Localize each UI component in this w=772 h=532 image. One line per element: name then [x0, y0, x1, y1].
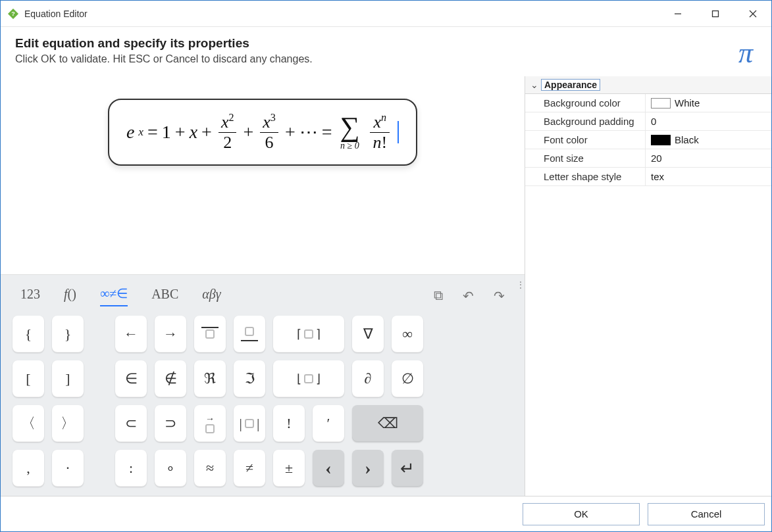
- key-emptyset[interactable]: ∅: [392, 360, 423, 397]
- eq-tok-plus1: +: [175, 122, 186, 143]
- key-in[interactable]: ∈: [115, 360, 147, 397]
- key-lbracket[interactable]: [: [13, 360, 44, 397]
- dialog-footer: OK Cancel: [1, 496, 771, 531]
- prop-label: Letter shape style: [525, 168, 645, 185]
- prop-value-text: tex: [651, 171, 664, 182]
- prop-value[interactable]: tex: [645, 168, 771, 185]
- prop-value[interactable]: 0: [645, 112, 771, 130]
- key-pm[interactable]: ±: [273, 450, 305, 487]
- text-caret: [398, 121, 399, 143]
- key-vec[interactable]: →: [194, 405, 226, 442]
- key-colon[interactable]: :: [115, 450, 147, 487]
- eq-sum: ∑ n ≥ 0: [340, 113, 359, 151]
- kbd-tab-greek[interactable]: αβγ: [202, 287, 220, 306]
- svg-text:?: ?: [11, 11, 15, 17]
- ok-button[interactable]: OK: [523, 503, 640, 525]
- eq-frac-xn-nfact: xn n!: [370, 112, 390, 153]
- equation-preview[interactable]: ex = 1 + x + x2 2 + x3: [1, 76, 525, 274]
- prop-row[interactable]: Font size20: [525, 149, 771, 168]
- eq-tok-plus3: +: [243, 122, 253, 143]
- window-title: Equation Editor: [24, 9, 88, 19]
- key-im[interactable]: ℑ: [234, 360, 265, 397]
- kbd-copy-icon[interactable]: ⧉: [434, 288, 443, 304]
- prop-value-text: White: [675, 97, 700, 109]
- key-rbrace[interactable]: }: [52, 316, 84, 352]
- key-backspace[interactable]: ⌫: [352, 405, 423, 442]
- eq-tok-x1: x: [190, 122, 197, 143]
- key-circ[interactable]: ∘: [155, 450, 186, 487]
- key-prime[interactable]: ′: [313, 405, 344, 442]
- key-subset[interactable]: ⊂: [115, 405, 147, 442]
- eq-tok-e: e: [126, 122, 134, 143]
- key-infty[interactable]: ∞: [392, 316, 423, 352]
- key-excl[interactable]: !: [273, 405, 305, 442]
- equation-card[interactable]: ex = 1 + x + x2 2 + x3: [108, 99, 417, 166]
- key-notin[interactable]: ∉: [155, 360, 186, 397]
- key-langle[interactable]: 〈: [13, 405, 44, 442]
- key-left[interactable]: ←: [115, 316, 147, 352]
- key-neq[interactable]: ≠: [234, 450, 265, 487]
- eq-tok-1: 1: [162, 122, 171, 143]
- key-right[interactable]: →: [155, 316, 186, 352]
- key-underline[interactable]: [234, 316, 265, 352]
- prop-value-text: 20: [651, 153, 662, 164]
- maximize-button[interactable]: [696, 1, 734, 27]
- section-title: Appearance: [541, 79, 600, 91]
- key-partial[interactable]: ∂: [352, 360, 384, 397]
- prop-label: Font color: [525, 131, 645, 149]
- prompt-heading: Edit equation and specify its properties: [15, 36, 313, 51]
- key-comma[interactable]: ,: [13, 450, 44, 487]
- properties-panel: ⌄ Appearance Background colorWhiteBackgr…: [525, 76, 771, 496]
- prop-value[interactable]: 20: [645, 149, 771, 167]
- kbd-tab-numbers[interactable]: 123: [20, 287, 40, 306]
- prop-value[interactable]: White: [645, 94, 771, 112]
- kbd-tab-functions[interactable]: f(): [64, 287, 76, 306]
- eq-frac-x3-6: x3 6: [260, 112, 278, 153]
- prop-row[interactable]: Letter shape styletex: [525, 168, 771, 186]
- key-ceil[interactable]: ⌈⌉: [273, 316, 344, 352]
- prop-label: Background color: [525, 94, 645, 112]
- cancel-button[interactable]: Cancel: [648, 503, 765, 525]
- eq-tok-plus2: +: [201, 122, 212, 143]
- color-swatch: [651, 135, 671, 145]
- prop-row[interactable]: Font colorBlack: [525, 131, 771, 149]
- key-rangle[interactable]: 〉: [52, 405, 84, 442]
- key-lbrace[interactable]: {: [13, 316, 44, 352]
- prop-label: Background padding: [525, 112, 645, 130]
- app-icon: ?: [7, 8, 19, 20]
- minimize-button[interactable]: [659, 1, 696, 27]
- key-next[interactable]: ›: [352, 450, 384, 487]
- section-header-appearance[interactable]: ⌄ Appearance: [525, 76, 771, 94]
- key-overline[interactable]: [194, 316, 226, 352]
- key-abs[interactable]: ||: [234, 405, 265, 442]
- key-enter[interactable]: ↵: [392, 450, 423, 487]
- eq-tok-eq: =: [147, 122, 158, 143]
- prop-row[interactable]: Background padding0: [525, 112, 771, 131]
- key-rbracket[interactable]: ]: [52, 360, 84, 397]
- kbd-redo-icon[interactable]: ↷: [494, 288, 505, 304]
- kbd-undo-icon[interactable]: ↶: [463, 288, 474, 304]
- prop-value-text: 0: [651, 116, 656, 127]
- eq-tok-eq2: =: [322, 122, 332, 143]
- key-nabla[interactable]: ∇: [352, 316, 384, 352]
- eq-tok-plus4: +: [285, 122, 296, 143]
- prop-label: Font size: [525, 149, 645, 167]
- keyboard-drag-handle[interactable]: ⋮: [517, 280, 523, 292]
- svg-rect-3: [712, 11, 718, 16]
- prop-value[interactable]: Black: [645, 131, 771, 149]
- close-button[interactable]: [734, 1, 771, 27]
- eq-tok-dots: ⋯: [299, 121, 318, 143]
- key-supset[interactable]: ⊃: [155, 405, 186, 442]
- kbd-tab-symbols[interactable]: ∞≠∈: [100, 285, 128, 306]
- eq-tok-ex: x: [138, 126, 143, 139]
- key-prev[interactable]: ‹: [313, 450, 344, 487]
- color-swatch: [651, 98, 671, 109]
- key-floor[interactable]: ⌊⌋: [273, 360, 344, 397]
- eq-frac-x2-2: x2 2: [219, 112, 237, 153]
- prop-row[interactable]: Background colorWhite: [525, 94, 771, 112]
- header-prompt: Edit equation and specify its properties…: [1, 27, 771, 76]
- key-cdot[interactable]: ·: [52, 450, 84, 487]
- key-re[interactable]: ℜ: [194, 360, 226, 397]
- key-approx[interactable]: ≈: [194, 450, 226, 487]
- kbd-tab-latin[interactable]: ABC: [151, 287, 178, 306]
